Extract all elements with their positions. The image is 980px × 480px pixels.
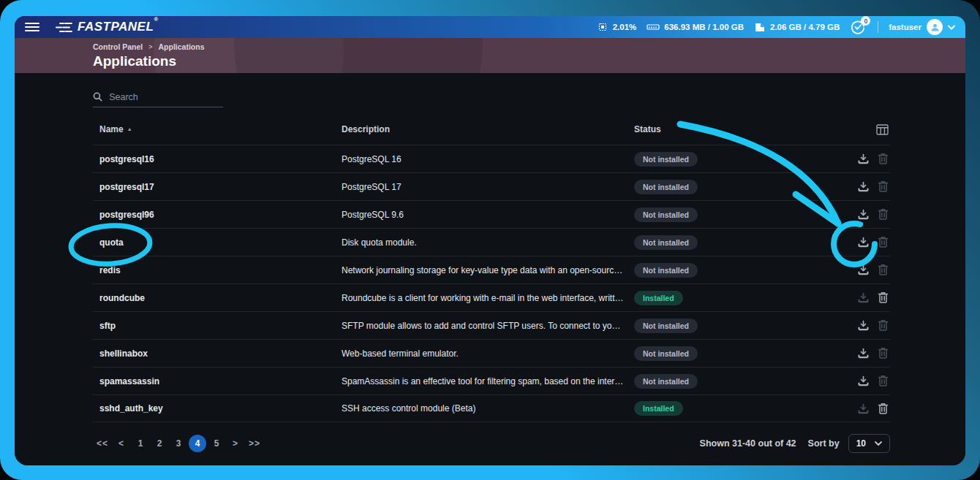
app-status: Not installed — [634, 319, 839, 333]
app-name: roundcube — [93, 293, 342, 303]
table-row[interactable]: sftp SFTP module allows to add and contr… — [93, 311, 890, 339]
delete-button[interactable] — [878, 319, 889, 332]
install-button[interactable] — [857, 375, 870, 387]
disk-stat: 2.06 GB / 4.79 GB — [754, 22, 840, 33]
column-header-name[interactable]: Name ▲ — [93, 124, 342, 134]
column-header-description: Description — [342, 124, 634, 134]
install-download-icon — [857, 236, 870, 248]
table-row[interactable]: postgresql96 PostgreSQL 9.6 Not installe… — [93, 200, 890, 228]
pagination-page[interactable]: 1 — [132, 435, 149, 452]
trash-icon — [878, 319, 889, 332]
trash-icon — [878, 180, 889, 193]
app-name: redis — [93, 265, 342, 275]
breadcrumb-applications[interactable]: Applications — [159, 42, 205, 51]
install-button[interactable] — [857, 180, 870, 193]
table-row[interactable]: redis Network journaling storage for key… — [93, 256, 890, 283]
install-button[interactable] — [857, 208, 870, 221]
topbar: FASTPANEL® 2.01% 636.93 MB / 1.00 GB — [15, 16, 965, 38]
status-badge: Not installed — [634, 263, 698, 278]
install-button[interactable] — [857, 236, 870, 248]
delete-button[interactable] — [878, 403, 889, 415]
page-header: Control Panel > Applications Application… — [15, 38, 965, 73]
table-row[interactable]: quota Disk quota module. Not installed — [93, 228, 890, 256]
delete-button[interactable] — [878, 347, 889, 359]
app-name: spamassassin — [93, 376, 342, 386]
install-button[interactable] — [857, 319, 870, 332]
delete-button[interactable] — [878, 292, 889, 304]
delete-button[interactable] — [878, 264, 889, 276]
delete-button[interactable] — [878, 153, 889, 165]
notifications-button[interactable]: 0 — [850, 19, 867, 35]
app-status: Installed — [634, 401, 839, 416]
trash-icon — [878, 375, 889, 387]
applications-table: Name ▲ Description Status postgresql16 P… — [93, 124, 890, 422]
pagination-page[interactable]: 5 — [208, 435, 225, 452]
breadcrumb-control-panel[interactable]: Control Panel — [93, 42, 143, 51]
install-download-icon — [857, 180, 870, 193]
trash-icon — [878, 208, 889, 221]
install-download-icon — [857, 403, 870, 415]
page-size-select[interactable]: 10 — [848, 434, 890, 453]
disk-value: 2.06 GB / 4.79 GB — [770, 23, 840, 31]
cpu-value: 2.01% — [613, 23, 637, 31]
app-status: Not installed — [634, 346, 839, 361]
table-body: postgresql16 PostgreSQL 16 Not installed… — [93, 145, 890, 422]
table-row[interactable]: postgresql16 PostgreSQL 16 Not installed — [93, 145, 890, 172]
status-badge: Not installed — [634, 235, 698, 250]
app-description: PostgreSQL 17 — [342, 182, 634, 192]
user-icon — [930, 23, 940, 32]
content-area: Name ▲ Description Status postgresql16 P… — [15, 73, 965, 465]
page-title: Applications — [93, 53, 965, 69]
app-status: Not installed — [634, 207, 839, 222]
table-row[interactable]: shellinabox Web-based terminal emulator.… — [93, 339, 890, 367]
column-settings-icon[interactable] — [876, 124, 889, 135]
search-box[interactable] — [93, 91, 223, 107]
pagination-last[interactable]: >> — [245, 435, 264, 452]
sort-by-label: Sort by — [808, 438, 840, 449]
menu-icon[interactable] — [25, 23, 39, 31]
pagination-page[interactable]: 3 — [170, 435, 187, 452]
install-button[interactable] — [857, 403, 870, 415]
table-row[interactable]: spamassassin SpamAssassin is an effectiv… — [93, 367, 890, 395]
delete-button[interactable] — [878, 375, 889, 387]
install-button[interactable] — [857, 153, 870, 165]
app-name: shellinabox — [93, 348, 342, 359]
app-status: Not installed — [634, 152, 839, 167]
install-download-icon — [857, 319, 870, 332]
user-menu[interactable]: fastuser — [889, 19, 955, 35]
shown-count: Shown 31-40 out of 42 — [700, 438, 796, 449]
app-description: SpamAssassin is an effective tool for fi… — [342, 376, 634, 386]
install-download-icon — [857, 208, 870, 221]
chevron-down-icon — [948, 25, 955, 30]
install-button[interactable] — [857, 292, 870, 304]
trash-icon — [878, 153, 889, 165]
table-header-row: Name ▲ Description Status — [93, 124, 890, 145]
delete-button[interactable] — [878, 180, 889, 193]
delete-button[interactable] — [878, 236, 889, 248]
disk-icon — [754, 22, 766, 33]
search-input[interactable] — [109, 92, 223, 102]
pagination-page-active[interactable]: 4 — [189, 435, 206, 452]
install-button[interactable] — [857, 264, 870, 276]
table-row[interactable]: roundcube Roundcube is a client for work… — [93, 283, 890, 311]
select-chevron-down-icon — [875, 441, 882, 446]
breadcrumb: Control Panel > Applications — [93, 42, 965, 51]
pagination-next[interactable]: > — [226, 435, 245, 452]
install-button[interactable] — [857, 347, 870, 359]
delete-button[interactable] — [878, 208, 889, 221]
app-name: quota — [93, 237, 342, 248]
fastpanel-logo[interactable]: FASTPANEL® — [56, 20, 159, 34]
pagination-prev[interactable]: < — [112, 435, 131, 452]
ram-value: 636.93 MB / 1.00 GB — [664, 23, 744, 31]
app-status: Not installed — [634, 263, 839, 278]
pagination-first[interactable]: << — [93, 435, 112, 452]
app-description: Roundcube is a client for working with e… — [342, 293, 634, 303]
topbar-divider — [878, 21, 878, 33]
table-row[interactable]: postgresql17 PostgreSQL 17 Not installed — [93, 172, 890, 200]
status-badge: Not installed — [634, 180, 698, 194]
app-status: Not installed — [634, 180, 839, 194]
table-row[interactable]: sshd_auth_key SSH access control module … — [93, 395, 890, 422]
app-frame: FASTPANEL® 2.01% 636.93 MB / 1.00 GB — [0, 0, 980, 480]
app-status: Not installed — [634, 374, 839, 389]
pagination-page[interactable]: 2 — [151, 435, 168, 452]
